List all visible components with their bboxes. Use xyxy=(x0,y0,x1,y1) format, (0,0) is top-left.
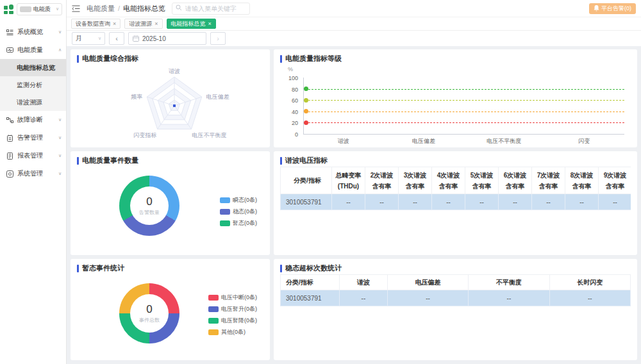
table-row[interactable]: 3010053791------------------------ xyxy=(281,194,631,210)
legend-item[interactable]: 电压暂降(0条) xyxy=(208,317,257,325)
svg-text:闪变指标: 闪变指标 xyxy=(134,132,157,138)
column-header: 9次谐波含有率 xyxy=(599,167,631,194)
tab-label: 谐波溯源 xyxy=(129,20,152,28)
gc-ytick: 100 xyxy=(280,75,298,81)
legend-item[interactable]: 电压中断(0条) xyxy=(208,294,257,302)
next-period-button[interactable]: › xyxy=(210,32,226,45)
gc-dot xyxy=(304,87,308,91)
title-accent-bar xyxy=(280,55,282,63)
title-accent-bar xyxy=(77,157,79,165)
gc-dot xyxy=(304,120,308,125)
column-header: 3次谐波含有率 xyxy=(399,167,432,194)
platform-alarm-label: 平台告警(0) xyxy=(601,4,631,13)
column-header: 4次谐波含有率 xyxy=(432,167,465,194)
panel-title-text: 电能质量事件数量 xyxy=(82,156,138,165)
power-quality-submenu: 电能指标总览 监测分析 谐波溯源 xyxy=(0,59,66,111)
donut-center-value: 0 xyxy=(146,303,152,316)
sidebar-item-system-overview[interactable]: 系统概览 ∨ xyxy=(0,23,66,41)
submenu-item-label: 监测分析 xyxy=(17,81,42,90)
harmonic-table-scroll[interactable]: 分类/指标总畸变率(THDu)2次谐波含有率3次谐波含有率4次谐波含有率5次谐波… xyxy=(280,167,631,242)
title-accent-bar xyxy=(77,265,79,272)
menu-search xyxy=(172,2,250,15)
sidebar-item-label: 系统管理 xyxy=(17,169,43,178)
gc-xlabel: 电压不平衡度 xyxy=(475,137,533,145)
panel-title-text: 暂态事件统计 xyxy=(82,263,124,273)
search-icon xyxy=(176,4,182,11)
chevron-down-icon: ∨ xyxy=(58,117,62,122)
legend-swatch xyxy=(208,306,219,312)
panel-title: 稳态超标次数统计 xyxy=(280,263,631,273)
column-header: 分类/指标 xyxy=(281,275,340,290)
legend-swatch xyxy=(208,295,219,301)
submenu-item-label: 谐波溯源 xyxy=(17,98,42,107)
close-icon[interactable]: × xyxy=(154,21,158,27)
period-value: 月 xyxy=(76,34,82,43)
legend-item[interactable]: 电压暂升(0条) xyxy=(208,305,257,313)
org-selector[interactable]: 电能质 ∨ xyxy=(17,3,62,15)
prev-period-button[interactable]: ‹ xyxy=(109,32,124,45)
panel-title: 电能质量事件数量 xyxy=(77,156,263,165)
search-input[interactable] xyxy=(172,3,250,15)
sidebar-item-system-management[interactable]: 系统管理 ∨ xyxy=(0,165,66,183)
table-cell: -- xyxy=(499,194,532,210)
legend-swatch xyxy=(220,209,230,215)
legend-item[interactable]: 瞬态(0条) xyxy=(220,196,257,204)
tab-device-data-query[interactable]: 设备数据查询 × xyxy=(71,19,121,29)
alarm-icon xyxy=(6,135,13,142)
steady_table: 分类/指标谐波电压偏差不平衡度长时闪变3010053791-------- xyxy=(280,274,631,306)
breadcrumb-section[interactable]: 电能质量 xyxy=(87,4,115,13)
chevron-down-icon: ∨ xyxy=(58,29,62,35)
gc-dot xyxy=(304,98,308,103)
sidebar-item-monitoring-analysis[interactable]: 监测分析 xyxy=(0,76,66,94)
sidebar-item-report-management[interactable]: 报表管理 ∨ xyxy=(0,147,66,165)
close-icon[interactable]: × xyxy=(113,21,116,27)
legend-swatch xyxy=(208,329,219,335)
table-row[interactable]: 3010053791-------- xyxy=(281,290,631,306)
gc-ytick: 80 xyxy=(280,87,298,93)
table-cell: -- xyxy=(549,290,630,306)
svg-text:频率: 频率 xyxy=(131,94,142,100)
panel-composite-index: 电能质量综合指标 谐波电压偏差电压不平衡度闪变指标频率 xyxy=(71,49,270,147)
sidebar-item-power-quality[interactable]: 电能质量 ∧ xyxy=(0,41,66,59)
panel-index-grade: 电能质量指标等级 %020406080100谐波电压偏差电压不平衡度闪变 xyxy=(274,49,637,147)
sidebar-item-label: 电能质量 xyxy=(17,46,43,54)
sidebar-item-label: 系统概览 xyxy=(17,28,43,37)
sidebar-item-fault-diagnosis[interactable]: 故障诊断 ∨ xyxy=(0,111,66,129)
tab-harmonic-tracing[interactable]: 谐波溯源 × xyxy=(124,19,162,29)
events-donut-chart[interactable]: 0 告警数量 xyxy=(119,176,179,236)
gc-ytick: 60 xyxy=(280,97,298,104)
date-picker[interactable]: 2025-10 xyxy=(128,32,206,45)
chevron-down-icon: ∨ xyxy=(98,36,101,41)
legend-item[interactable]: 稳态(0条) xyxy=(220,208,257,216)
close-icon[interactable]: × xyxy=(208,21,212,27)
platform-alarm-button[interactable]: 平台告警(0) xyxy=(589,3,636,14)
table-cell: -- xyxy=(532,194,565,210)
sidebar-item-label: 报表管理 xyxy=(17,151,43,160)
column-header: 分类/指标 xyxy=(281,167,332,194)
breadcrumb-current: 电能指标总览 xyxy=(123,4,165,13)
menu-collapse-icon[interactable] xyxy=(72,5,80,12)
legend-label: 瞬态(0条) xyxy=(233,196,257,204)
table-cell: -- xyxy=(469,290,549,306)
top-header: 电能质量 / 电能指标总览 平台告警(0) xyxy=(67,0,641,17)
legend-item[interactable]: 暂态(0条) xyxy=(220,219,257,228)
gc-ytick: 40 xyxy=(280,109,298,115)
sidebar-item-alarm-management[interactable]: 告警管理 ∨ xyxy=(0,129,66,147)
legend-item[interactable]: 其他(0条) xyxy=(208,328,257,336)
harmonic_table: 分类/指标总畸变率(THDu)2次谐波含有率3次谐波含有率4次谐波含有率5次谐波… xyxy=(280,167,631,210)
tab-bar: 设备数据查询 × 谐波溯源 × 电能指标总览 × xyxy=(67,17,641,31)
sidebar-item-harmonic-tracing[interactable]: 谐波溯源 xyxy=(0,94,66,111)
panel-title: 电能质量综合指标 xyxy=(77,54,263,63)
gc-xlabel: 电压偏差 xyxy=(395,137,453,145)
gc-dot xyxy=(304,109,308,113)
period-select[interactable]: 月 ∨ xyxy=(72,32,105,45)
tab-power-index-overview[interactable]: 电能指标总览 × xyxy=(167,19,216,29)
transient-donut-chart[interactable]: 0 事件总数 xyxy=(119,283,179,343)
date-value: 2025-10 xyxy=(142,35,166,42)
donut-center-value: 0 xyxy=(146,195,152,208)
gc-line xyxy=(305,112,624,112)
org-redacted-block xyxy=(20,6,31,12)
gc-xlabel: 谐波 xyxy=(315,137,372,145)
sidebar-item-power-index-overview[interactable]: 电能指标总览 xyxy=(0,59,66,76)
table-cell: -- xyxy=(599,194,631,210)
